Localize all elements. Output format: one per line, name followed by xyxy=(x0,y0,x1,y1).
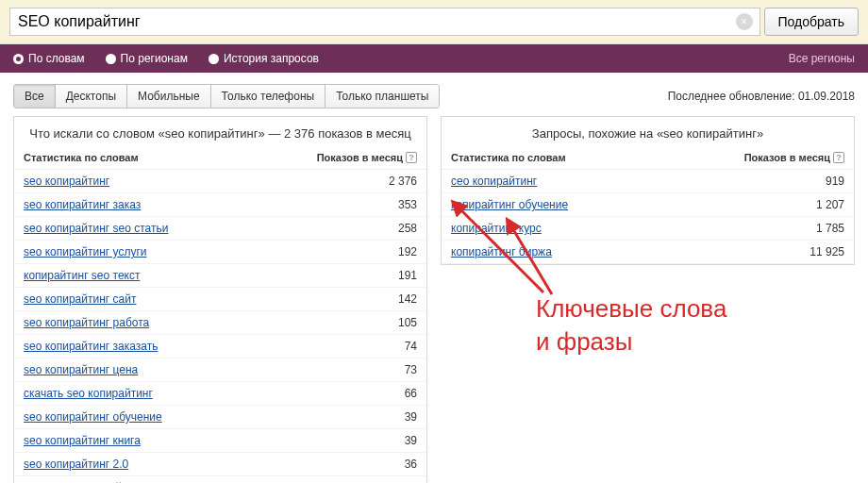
query-count: 1 785 xyxy=(816,222,844,235)
annotation-text: Ключевые слова и фразы xyxy=(536,292,726,358)
query-link[interactable]: копирайтинг seo текст xyxy=(24,269,140,282)
query-count: 191 xyxy=(398,269,417,282)
table-row: копирайтинг обучение1 207 xyxy=(442,193,854,217)
query-count: 74 xyxy=(405,340,417,353)
query-link[interactable]: seo копирайтинг заказать xyxy=(24,340,158,353)
filter-label: По регионам xyxy=(121,52,188,65)
query-count: 39 xyxy=(405,410,417,424)
table-row: скачать seo копирайтинг66 xyxy=(14,382,426,406)
annotation-line2: и фразы xyxy=(536,325,726,358)
right-panel: Запросы, похожие на «seo копирайтинг» Ст… xyxy=(441,116,855,265)
table-row: seo копирайтинг сайт142 xyxy=(14,288,426,311)
query-count: 73 xyxy=(405,363,417,376)
query-link[interactable]: seo копирайтинг обучение xyxy=(24,410,162,424)
left-panel: Что искали со словом «seo копирайтинг» —… xyxy=(13,116,427,483)
query-count: 36 xyxy=(405,458,417,471)
query-link[interactable]: seo копирайтинг 2.0 xyxy=(24,458,128,471)
table-row: сео копирайтинг919 xyxy=(442,170,854,193)
annotation-line1: Ключевые слова xyxy=(536,292,726,325)
query-count: 142 xyxy=(398,292,417,306)
query-link[interactable]: копирайтинг биржа xyxy=(451,245,552,258)
right-panel-headers: Статистика по словам Показов в месяц? xyxy=(442,148,854,170)
query-count: 66 xyxy=(405,387,417,400)
search-input[interactable] xyxy=(9,8,760,36)
col-impressions: Показов в месяц xyxy=(744,152,830,163)
table-row: seo копирайтинг книга39 xyxy=(14,429,426,453)
filter-history[interactable]: История запросов xyxy=(209,52,319,65)
query-count: 39 xyxy=(405,434,417,447)
table-row: seo копирайтинг seo статьи258 xyxy=(14,217,426,241)
query-count: 919 xyxy=(826,175,844,188)
query-count: 353 xyxy=(398,198,417,211)
panels: Что искали со словом «seo копирайтинг» —… xyxy=(0,116,868,483)
table-row: seo копирайтинг заказ353 xyxy=(14,193,426,217)
query-link[interactable]: скачать seo копирайтинг xyxy=(24,387,153,400)
col-stats: Статистика по словам xyxy=(24,152,139,163)
query-count: 11 925 xyxy=(810,245,844,258)
filter-by-words[interactable]: По словам xyxy=(13,52,85,65)
right-rows: сео копирайтинг919копирайтинг обучение1 … xyxy=(442,170,854,264)
table-row: seo копирайтинг цена73 xyxy=(14,358,426,382)
radio-icon xyxy=(106,54,116,64)
table-row: seo копирайтинг обучение39 xyxy=(14,406,426,429)
table-row: копирайтинг seo текст191 xyxy=(14,264,426,288)
all-regions-link[interactable]: Все регионы xyxy=(789,52,855,65)
query-link[interactable]: копирайтинг обучение xyxy=(451,198,568,211)
clear-icon[interactable]: × xyxy=(736,13,753,30)
left-panel-title: Что искали со словом «seo копирайтинг» —… xyxy=(14,117,426,148)
query-link[interactable]: seo копирайтинг xyxy=(24,175,109,188)
help-icon[interactable]: ? xyxy=(833,152,844,163)
table-row: seo копирайтинг2 376 xyxy=(14,170,426,193)
col-stats: Статистика по словам xyxy=(451,152,566,163)
tab-desktops[interactable]: Десктопы xyxy=(56,85,127,108)
search-bar: × Подобрать xyxy=(0,0,868,44)
query-count: 1 207 xyxy=(816,198,844,211)
query-link[interactable]: seo копирайтинг seo статьи xyxy=(24,222,168,235)
query-count: 105 xyxy=(398,316,417,329)
radio-icon xyxy=(209,54,219,64)
table-row: seo копирайтинг работа105 xyxy=(14,311,426,335)
query-count: 258 xyxy=(398,222,417,235)
query-link[interactable]: seo копирайтинг книга xyxy=(24,434,141,447)
device-tabs: Все Десктопы Мобильные Только телефоны Т… xyxy=(13,84,440,108)
filter-bar: По словам По регионам История запросов В… xyxy=(0,44,868,73)
filter-label: По словам xyxy=(28,52,85,65)
query-link[interactable]: seo копирайтинг заказ xyxy=(24,198,141,211)
query-link[interactable]: seo копирайтинг цена xyxy=(24,363,138,376)
table-row: seo копирайтинг заказать74 xyxy=(14,335,426,358)
table-row: копирайтинг биржа11 925 xyxy=(442,241,854,264)
table-row: курсы seo копирайтинг35 xyxy=(14,476,426,483)
radio-icon xyxy=(13,54,24,64)
query-link[interactable]: сео копирайтинг xyxy=(451,175,537,188)
filter-by-regions[interactable]: По регионам xyxy=(106,52,188,65)
table-row: seo копирайтинг 2.036 xyxy=(14,453,426,476)
tab-tablets[interactable]: Только планшеты xyxy=(326,85,439,108)
query-link[interactable]: копирайтинг курс xyxy=(451,222,542,235)
query-count: 192 xyxy=(398,245,417,258)
left-rows: seo копирайтинг2 376seo копирайтинг зака… xyxy=(14,170,426,483)
col-impressions: Показов в месяц xyxy=(317,152,403,163)
tab-mobile[interactable]: Мобильные xyxy=(127,85,211,108)
query-link[interactable]: seo копирайтинг услуги xyxy=(24,245,146,258)
submit-button[interactable]: Подобрать xyxy=(764,8,860,36)
query-link[interactable]: seo копирайтинг работа xyxy=(24,316,149,329)
radio-group: По словам По регионам История запросов xyxy=(13,52,319,65)
help-icon[interactable]: ? xyxy=(406,152,417,163)
tab-phones[interactable]: Только телефоны xyxy=(211,85,326,108)
table-row: копирайтинг курс1 785 xyxy=(442,217,854,241)
left-panel-headers: Статистика по словам Показов в месяц? xyxy=(14,148,426,170)
query-count: 2 376 xyxy=(389,175,417,188)
table-row: seo копирайтинг услуги192 xyxy=(14,241,426,264)
tabs-row: Все Десктопы Мобильные Только телефоны Т… xyxy=(0,73,868,116)
tab-all[interactable]: Все xyxy=(14,85,56,108)
query-link[interactable]: seo копирайтинг сайт xyxy=(24,292,136,306)
filter-label: История запросов xyxy=(224,52,319,65)
right-panel-title: Запросы, похожие на «seo копирайтинг» xyxy=(442,117,854,148)
last-update: Последнее обновление: 01.09.2018 xyxy=(668,90,855,103)
